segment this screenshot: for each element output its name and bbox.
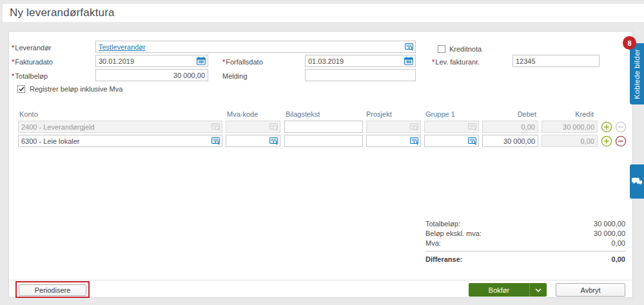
leverandor-label: *Leverandør bbox=[12, 44, 52, 52]
mva-kode-input[interactable] bbox=[228, 136, 269, 146]
debet-input[interactable] bbox=[485, 136, 536, 146]
bokfor-button-label[interactable]: Bokfør bbox=[469, 283, 529, 297]
lookup-icon[interactable] bbox=[410, 137, 418, 145]
calendar-icon[interactable] bbox=[404, 57, 413, 65]
fakturadato-input[interactable] bbox=[98, 56, 197, 66]
prosjekt-cell bbox=[366, 121, 421, 133]
bilagstekst-input[interactable] bbox=[287, 136, 360, 146]
mva-kode-cell[interactable] bbox=[226, 135, 280, 147]
required-marker: * bbox=[12, 72, 14, 80]
summary-totalbelop-label: Totalbeløp: bbox=[425, 220, 460, 228]
bilagstekst-input[interactable] bbox=[287, 122, 360, 132]
konto-input[interactable] bbox=[21, 136, 211, 146]
required-marker: * bbox=[12, 58, 14, 66]
kredit-cell bbox=[542, 121, 598, 133]
debet-input bbox=[485, 122, 536, 132]
konto-cell bbox=[18, 121, 222, 133]
calendar-icon[interactable] bbox=[197, 57, 206, 65]
forfallsdato-field[interactable] bbox=[305, 55, 416, 67]
gruppe-1-cell bbox=[424, 121, 479, 133]
summary-totalbelop-value: 30 000,00 bbox=[594, 220, 625, 228]
kredit-input bbox=[544, 122, 595, 132]
registrer-mva-checkbox[interactable] bbox=[17, 85, 25, 93]
koblede-bilder-tab-label: Koblede bilder bbox=[633, 49, 641, 99]
summary-differanse-value: 0,00 bbox=[612, 255, 625, 263]
prosjekt-input[interactable] bbox=[369, 136, 410, 146]
bokfor-button[interactable]: Bokfør bbox=[469, 283, 547, 297]
add-row-button[interactable] bbox=[600, 121, 612, 133]
chevron-down-icon[interactable] bbox=[530, 283, 547, 297]
summary-ekskl-mva-value: 30 000,00 bbox=[594, 230, 625, 237]
prosjekt-cell[interactable] bbox=[366, 135, 421, 147]
totalbelop-field[interactable] bbox=[95, 69, 208, 81]
debet-cell bbox=[482, 121, 538, 133]
summary-ekskl-mva-label: Beløp ekskl. mva: bbox=[425, 230, 482, 237]
periodisere-button[interactable]: Periodisere bbox=[19, 284, 86, 296]
melding-input[interactable] bbox=[307, 70, 413, 80]
mva-kode-cell bbox=[226, 121, 280, 133]
prosjekt-input bbox=[369, 122, 410, 132]
required-marker: * bbox=[12, 44, 14, 52]
kreditnota-checkbox[interactable] bbox=[438, 45, 445, 53]
summary-divider bbox=[425, 251, 625, 251]
lookup-icon[interactable] bbox=[269, 137, 278, 145]
required-marker: * bbox=[432, 58, 434, 66]
remove-row-button bbox=[614, 121, 627, 133]
forfallsdato-input[interactable] bbox=[307, 56, 404, 66]
fakturadato-label: *Fakturadato bbox=[12, 58, 53, 66]
lev-fakturanr-label: *Lev. fakturanr. bbox=[432, 58, 480, 66]
debet-cell[interactable] bbox=[482, 135, 538, 147]
melding-field[interactable] bbox=[305, 69, 416, 81]
gruppe-1-cell[interactable] bbox=[424, 135, 479, 147]
chat-icon bbox=[632, 177, 643, 186]
summary-mva-value: 0,00 bbox=[612, 239, 625, 247]
lookup-icon[interactable] bbox=[405, 43, 413, 51]
registrer-mva-label: Registrer beløp inklusive Mva bbox=[30, 85, 122, 93]
lookup-icon bbox=[410, 123, 418, 131]
lookup-icon bbox=[211, 123, 220, 131]
bilagstekst-cell[interactable] bbox=[284, 121, 363, 133]
forfallsdato-label: *Forfallsdato bbox=[222, 58, 263, 66]
column-header-kredit: Kredit bbox=[542, 110, 594, 118]
fakturadato-field[interactable] bbox=[95, 55, 208, 67]
melding-label: Melding bbox=[222, 72, 248, 80]
column-header-prosjekt: Prosjekt bbox=[366, 110, 392, 118]
kredit-input bbox=[544, 136, 595, 146]
gruppe-1-input bbox=[427, 122, 468, 132]
summary-mva-label: Mva: bbox=[425, 239, 441, 247]
konto-cell[interactable] bbox=[18, 135, 222, 147]
kredit-cell bbox=[542, 135, 598, 147]
footer-divider bbox=[9, 280, 632, 280]
lev-fakturanr-input[interactable] bbox=[515, 56, 597, 66]
column-header-gruppe-1: Gruppe 1 bbox=[425, 110, 455, 118]
totalbelop-input[interactable] bbox=[98, 70, 206, 80]
lev-fakturanr-field[interactable] bbox=[512, 55, 600, 67]
lookup-icon[interactable] bbox=[211, 137, 220, 145]
kreditnota-label: Kreditnota bbox=[449, 45, 482, 53]
lookup-icon bbox=[269, 123, 278, 131]
totalbelop-label: *Totalbeløp bbox=[12, 72, 48, 80]
attachment-count-badge: 8 bbox=[623, 36, 636, 50]
koblede-bilder-tab[interactable]: Koblede bilder bbox=[630, 43, 644, 104]
required-marker: * bbox=[222, 58, 225, 66]
lookup-icon[interactable] bbox=[468, 137, 476, 145]
mva-kode-input bbox=[228, 122, 269, 132]
column-header-konto: Konto bbox=[19, 110, 38, 118]
konto-input bbox=[21, 122, 211, 132]
chat-tab[interactable] bbox=[630, 164, 644, 199]
remove-row-button[interactable] bbox=[614, 135, 627, 147]
page-title: Ny leverandørfaktura bbox=[10, 6, 115, 19]
column-header-bilagstekst: Bilagstekst bbox=[286, 110, 320, 118]
column-header-mva-kode: Mva-kode bbox=[227, 110, 258, 118]
supplier-invoice-screen: Ny leverandørfaktura *Leverandør *Faktur… bbox=[0, 0, 644, 305]
add-row-button[interactable] bbox=[600, 135, 612, 147]
lookup-icon bbox=[468, 123, 476, 131]
leverandor-link[interactable]: Testleverandør bbox=[98, 43, 146, 51]
bilagstekst-cell[interactable] bbox=[284, 135, 363, 147]
summary-differanse-label: Differanse: bbox=[425, 255, 462, 263]
column-header-debet: Debet bbox=[482, 110, 536, 118]
gruppe-1-input[interactable] bbox=[427, 136, 468, 146]
avbryt-button[interactable]: Avbryt bbox=[556, 283, 625, 297]
leverandor-field[interactable]: Testleverandør bbox=[95, 41, 416, 53]
